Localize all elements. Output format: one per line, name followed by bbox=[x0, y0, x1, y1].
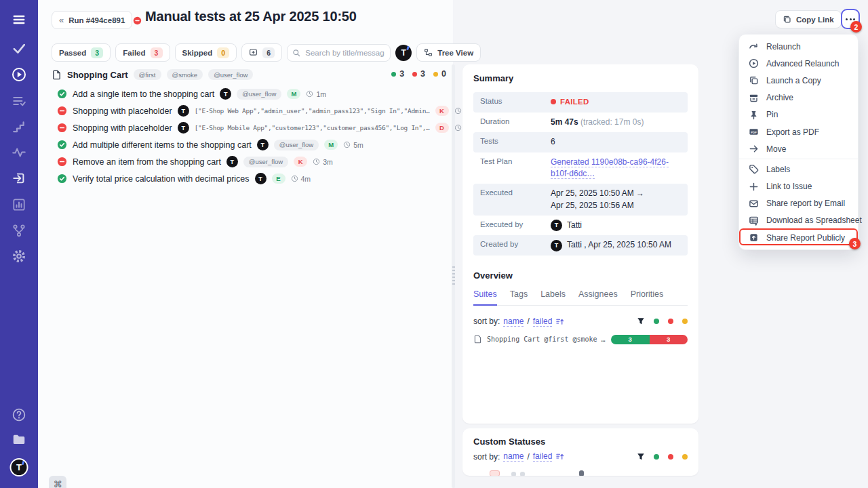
menu-item-download-as-spreadsheet[interactable]: Download as Spreadsheet bbox=[739, 212, 858, 229]
user-avatar[interactable]: T bbox=[10, 458, 28, 476]
passed-status-icon bbox=[57, 89, 67, 99]
sidebar-check-icon[interactable] bbox=[12, 41, 26, 56]
overview-suite-label[interactable]: Shopping Cart @first @smoke … bbox=[487, 336, 606, 343]
menu-item-link-to-issue[interactable]: Link to Issue bbox=[739, 178, 858, 195]
summary-table: StatusFAILEDDuration5m 47s (tracked: 17m… bbox=[473, 92, 688, 256]
skipped-toggle-dot[interactable] bbox=[682, 454, 688, 460]
test-title[interactable]: Verify total price calculation with deci… bbox=[73, 174, 250, 184]
test-title[interactable]: Shopping with placeholder bbox=[73, 106, 172, 116]
sidebar-bar-chart-icon[interactable] bbox=[12, 197, 26, 212]
test-plan-link[interactable]: Generated 1190e08b-ca96-4f26-b10f-d6dc… bbox=[551, 157, 669, 179]
test-duration: 1m bbox=[306, 90, 326, 98]
sidebar-list-check-icon[interactable] bbox=[12, 94, 26, 108]
run-id-label: Run #494ce891 bbox=[68, 16, 125, 24]
test-row[interactable]: Shopping with placeholderT["E-Shop Mobil… bbox=[57, 119, 474, 136]
skipped-toggle-dot[interactable] bbox=[682, 319, 688, 324]
test-row[interactable]: Shopping with placeholderT["E-Shop Web A… bbox=[57, 102, 474, 119]
passed-toggle-dot[interactable] bbox=[654, 454, 659, 460]
menu-item-archive[interactable]: Archive bbox=[739, 89, 858, 106]
test-title[interactable]: Remove an item from the shopping cart bbox=[73, 157, 221, 167]
summary-value: TTatti bbox=[551, 220, 681, 231]
summary-value: Generated 1190e08b-ca96-4f26-b10f-d6dc… bbox=[551, 157, 681, 180]
overview-tab-suites[interactable]: Suites bbox=[473, 289, 497, 306]
suite-results-bar[interactable]: 3 3 bbox=[611, 335, 688, 344]
custom-statuses-sort-row: sort by: name / failed bbox=[473, 451, 688, 462]
sort-ascending-icon[interactable] bbox=[555, 317, 564, 326]
sort-by-name-link[interactable]: name bbox=[503, 451, 524, 462]
sort-separator: / bbox=[527, 452, 529, 462]
back-to-run-button[interactable]: « Run #494ce891 bbox=[52, 11, 132, 29]
menu-item-label: Download as Spreadsheet bbox=[766, 216, 862, 225]
panel-resize-handle[interactable] bbox=[452, 64, 455, 488]
menu-item-label: Labels bbox=[766, 165, 790, 174]
failed-count-badge: 3 bbox=[151, 47, 163, 58]
menu-item-pin[interactable]: Pin bbox=[739, 106, 858, 123]
suite-tag[interactable]: @smoke bbox=[167, 69, 203, 80]
sidebar-folder-icon[interactable] bbox=[12, 432, 26, 447]
suite-header[interactable]: Shopping Cart @first @smoke @user_flow bbox=[52, 69, 253, 80]
test-row[interactable]: Add a single item to the shopping cartT@… bbox=[57, 85, 474, 102]
failed-dot bbox=[412, 72, 417, 77]
failed-toggle-dot[interactable] bbox=[668, 319, 673, 324]
failed-filter-button[interactable]: Failed 3 bbox=[115, 43, 170, 62]
test-row[interactable]: Verify total price calculation with deci… bbox=[57, 170, 474, 187]
advanced-relaunch-icon bbox=[749, 58, 759, 68]
custom-statuses-title: Custom Statuses bbox=[473, 436, 688, 447]
copy-link-button[interactable]: Copy Link bbox=[775, 10, 842, 28]
suite-tag[interactable]: @user_flow bbox=[208, 69, 253, 80]
funnel-filter-icon[interactable] bbox=[637, 317, 645, 325]
sidebar-sign-in-icon[interactable] bbox=[12, 171, 26, 186]
test-title[interactable]: Add multiple different items to the shop… bbox=[73, 140, 252, 150]
menu-item-relaunch[interactable]: Relaunch bbox=[739, 38, 858, 55]
menu-item-export-as-pdf[interactable]: PDFExport as PDF bbox=[739, 123, 858, 140]
menu-item-move[interactable]: Move bbox=[739, 140, 858, 157]
sidebar-branch-icon[interactable] bbox=[12, 223, 26, 238]
sidebar-help-icon[interactable] bbox=[12, 407, 26, 422]
overview-tab-labels[interactable]: Labels bbox=[540, 289, 566, 305]
overview-tab-tags[interactable]: Tags bbox=[510, 289, 528, 305]
run-actions-menu: RelaunchAdvanced RelaunchLaunch a CopyAr… bbox=[738, 34, 859, 250]
failed-toggle-dot[interactable] bbox=[668, 454, 673, 460]
passed-filter-button[interactable]: Passed 3 bbox=[52, 43, 111, 62]
skipped-count-badge: 0 bbox=[217, 47, 229, 58]
test-title[interactable]: Add a single item to the shopping cart bbox=[73, 89, 214, 99]
test-row[interactable]: Add multiple different items to the shop… bbox=[57, 136, 474, 153]
passed-toggle-dot[interactable] bbox=[654, 319, 659, 324]
sidebar-activity-icon[interactable] bbox=[12, 145, 26, 160]
summary-label: Executed by bbox=[480, 220, 551, 228]
keyboard-shortcut-button[interactable]: ⌘ bbox=[49, 476, 66, 488]
menu-item-share-report-publicly[interactable]: Share Report Publicly bbox=[739, 229, 858, 246]
clipped-row-fragment bbox=[520, 472, 525, 476]
sidebar-hamburger-icon[interactable] bbox=[12, 12, 26, 27]
sidebar-gear-icon[interactable] bbox=[12, 249, 26, 264]
test-title[interactable]: Shopping with placeholder bbox=[73, 123, 172, 133]
test-row[interactable]: Remove an item from the shopping cartT@u… bbox=[57, 153, 474, 170]
sidebar-steps-icon[interactable] bbox=[12, 119, 26, 134]
tree-view-toggle[interactable]: Tree View bbox=[416, 43, 481, 62]
sort-by-name-link[interactable]: name bbox=[503, 317, 524, 327]
sort-ascending-icon[interactable] bbox=[555, 452, 564, 461]
skipped-filter-button[interactable]: Skipped 0 bbox=[175, 43, 237, 62]
test-tag[interactable]: @user_flow bbox=[243, 157, 288, 167]
search-input[interactable] bbox=[287, 44, 391, 62]
executed-by-avatar-filter[interactable]: T bbox=[395, 45, 412, 61]
menu-item-share-report-by-email[interactable]: Share report by Email bbox=[739, 195, 858, 212]
suite-tag[interactable]: @first bbox=[134, 69, 161, 80]
clock-icon bbox=[306, 90, 313, 98]
funnel-filter-icon[interactable] bbox=[637, 453, 645, 461]
menu-item-advanced-relaunch[interactable]: Advanced Relaunch bbox=[739, 55, 858, 72]
test-tag[interactable]: @user_flow bbox=[237, 89, 281, 100]
sort-by-failed-link[interactable]: failed bbox=[533, 451, 553, 462]
clock-icon bbox=[454, 107, 462, 115]
summary-row: StatusFAILED bbox=[473, 92, 688, 113]
test-tag[interactable]: @user_flow bbox=[274, 140, 319, 150]
menu-item-launch-a-copy[interactable]: Launch a Copy bbox=[739, 72, 858, 89]
suite-counts: 3 3 0 bbox=[374, 69, 446, 79]
overview-tab-priorities[interactable]: Priorities bbox=[631, 289, 664, 305]
sidebar-play-circle-icon[interactable] bbox=[12, 67, 26, 82]
sort-by-failed-link[interactable]: failed bbox=[533, 317, 553, 327]
overview-tab-assignees[interactable]: Assignees bbox=[578, 289, 618, 305]
menu-item-labels[interactable]: Labels bbox=[739, 161, 858, 178]
summary-value: 6 bbox=[551, 136, 681, 148]
comments-filter-button[interactable]: 6 bbox=[241, 43, 282, 62]
